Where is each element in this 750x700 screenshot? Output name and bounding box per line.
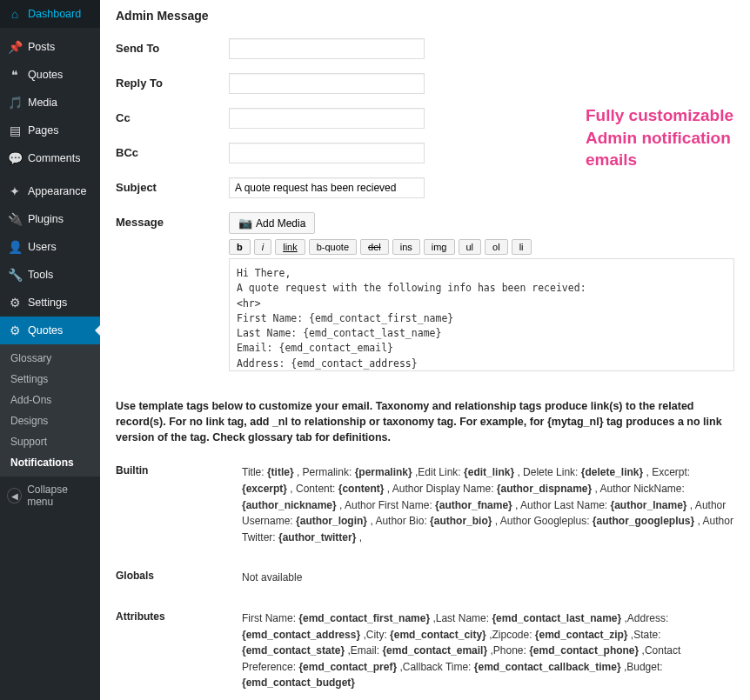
ul-button[interactable]: ul [459, 239, 482, 255]
sidebar-item-posts[interactable]: 📌Posts [0, 33, 100, 61]
attributes-tags: First Name: {emd_contact_first_name} ,La… [242, 610, 734, 691]
sidebar-item-dashboard[interactable]: ⌂Dashboard [0, 0, 100, 28]
pages-icon: ▤ [7, 123, 23, 138]
editor-toolbar: b i link b-quote del ins img ul ol li [229, 239, 734, 255]
globals-label: Globals [116, 570, 242, 586]
bcc-input[interactable] [229, 143, 425, 163]
label-reply-to: Reply To [116, 73, 229, 90]
help-text: Use template tags below to customize you… [116, 398, 734, 445]
sidebar-item-pages[interactable]: ▤Pages [0, 117, 100, 144]
builtin-tags: Title: {title} , Permalink: {permalink} … [242, 464, 734, 545]
send-to-input[interactable] [229, 38, 425, 59]
sidebar-item-label: Plugins [28, 213, 64, 225]
ins-button[interactable]: ins [392, 239, 420, 255]
label-message: Message [116, 212, 229, 229]
cc-input[interactable] [229, 108, 425, 129]
sidebar-sub-add-ons[interactable]: Add-Ons [0, 390, 100, 410]
appearance-icon: ✦ [7, 183, 23, 199]
sidebar-item-label: Settings [28, 297, 67, 309]
sidebar-item-media[interactable]: 🎵Media [0, 89, 100, 117]
sidebar-item-label: Dashboard [28, 8, 81, 20]
label-cc: Cc [116, 108, 229, 124]
users-icon: 👤 [7, 239, 23, 255]
builtin-label: Builtin [116, 464, 242, 545]
plugins-icon: 🔌 [7, 211, 23, 227]
sidebar-sub-settings[interactable]: Settings [0, 369, 100, 390]
sidebar-sub-designs[interactable]: Designs [0, 410, 100, 431]
sidebar-sub-notifications[interactable]: Notifications [0, 452, 100, 473]
blockquote-button[interactable]: b-quote [309, 239, 357, 255]
sidebar-item-label: Users [28, 241, 57, 253]
comments-icon: 💬 [7, 150, 23, 166]
media-icon: 📷 [238, 217, 252, 230]
li-button[interactable]: li [512, 239, 532, 255]
main-content: Fully customizable Admin notification em… [100, 0, 750, 700]
dashboard-icon: ⌂ [7, 6, 23, 22]
add-media-label: Add Media [256, 217, 305, 230]
sidebar-item-label: Posts [28, 41, 55, 53]
quotes-icon: ❝ [7, 67, 23, 83]
del-button[interactable]: del [360, 239, 389, 255]
sidebar-item-label: Quotes [28, 324, 63, 337]
subject-input[interactable] [229, 177, 425, 198]
sidebar-sub-support[interactable]: Support [0, 431, 100, 452]
label-bcc: BCc [116, 143, 229, 159]
quotes-icon: ⚙ [7, 323, 23, 338]
sidebar-item-appearance[interactable]: ✦Appearance [0, 177, 100, 205]
collapse-menu[interactable]: ◀Collapse menu [0, 477, 100, 515]
posts-icon: 📌 [7, 39, 23, 55]
globals-tags: Not available [242, 570, 734, 586]
sidebar-item-label: Pages [28, 124, 58, 137]
bold-button[interactable]: b [229, 239, 251, 255]
page-title: Admin Message [116, 9, 734, 23]
sidebar-item-label: Appearance [28, 185, 86, 197]
sidebar-item-settings[interactable]: ⚙Settings [0, 289, 100, 317]
sidebar-sub-glossary[interactable]: Glossary [0, 348, 100, 369]
reply-to-input[interactable] [229, 73, 425, 94]
label-subject: Subject [116, 177, 229, 194]
settings-icon: ⚙ [7, 295, 23, 310]
message-editor[interactable] [229, 258, 734, 371]
attributes-label: Attributes [116, 610, 242, 691]
sidebar-item-users[interactable]: 👤Users [0, 233, 100, 261]
media-icon: 🎵 [7, 95, 23, 110]
sidebar-item-plugins[interactable]: 🔌Plugins [0, 205, 100, 233]
tools-icon: 🔧 [7, 267, 23, 283]
label-send-to: Send To [116, 38, 229, 55]
italic-button[interactable]: i [254, 239, 271, 255]
sidebar-item-label: Quotes [28, 69, 63, 81]
img-button[interactable]: img [424, 239, 455, 255]
admin-sidebar: ⌂Dashboard📌Posts❝Quotes🎵Media▤Pages💬Comm… [0, 0, 100, 700]
sidebar-item-quotes[interactable]: ⚙Quotes [0, 317, 100, 344]
sidebar-item-label: Comments [28, 152, 80, 164]
add-media-button[interactable]: 📷 Add Media [229, 212, 315, 234]
sidebar-item-label: Media [28, 97, 57, 109]
link-button[interactable]: link [275, 239, 305, 255]
sidebar-item-comments[interactable]: 💬Comments [0, 144, 100, 172]
sidebar-item-quotes[interactable]: ❝Quotes [0, 61, 100, 89]
sidebar-item-tools[interactable]: 🔧Tools [0, 261, 100, 289]
ol-button[interactable]: ol [485, 239, 508, 255]
sidebar-item-label: Tools [28, 269, 53, 281]
collapse-icon: ◀ [7, 488, 22, 503]
